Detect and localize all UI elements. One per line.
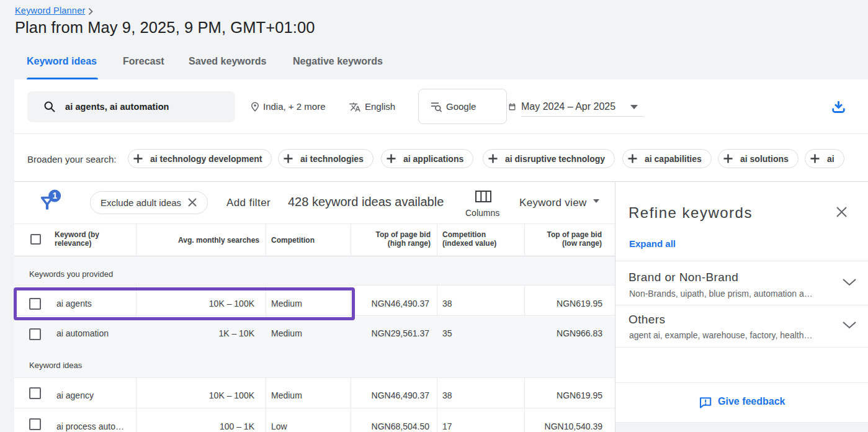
svg-text:1: 1 (53, 191, 58, 200)
